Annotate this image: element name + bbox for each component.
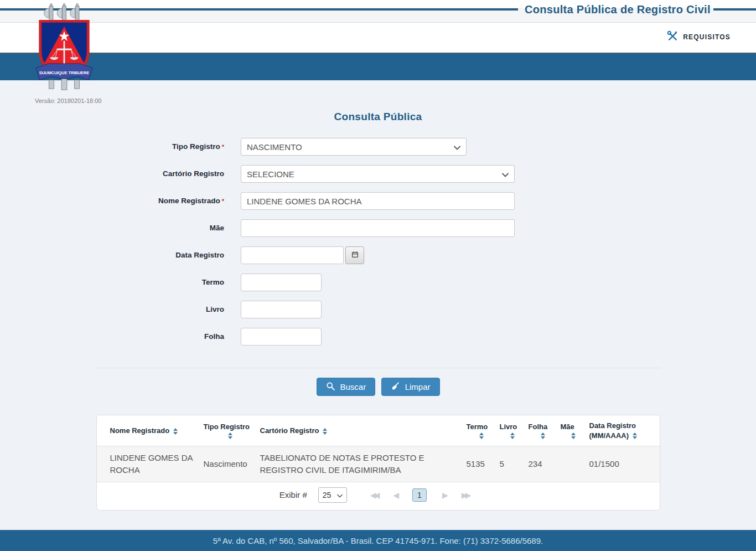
chevron-down-icon (337, 491, 343, 499)
tipo-registro-selected-value: NASCIMENTO (247, 142, 302, 152)
previous-page-icon[interactable]: ◀ (393, 491, 397, 499)
col-header-mae: Mãe (556, 415, 585, 446)
current-page-button[interactable]: 1 (412, 488, 427, 502)
col-header-cartorio-registro: Cartório Registro (256, 415, 462, 446)
label-text: Cartório Registro (163, 169, 224, 178)
results-header-row: Nome Registrado Tipo Registro Cartório R… (97, 415, 660, 446)
cell-termo: 5135 (462, 446, 495, 482)
col-label: Termo (467, 423, 491, 431)
cartorio-registro-field: SELECIONE (241, 165, 515, 183)
nome-registrado-input[interactable] (241, 192, 515, 210)
col-header-data-registro: Data Registro (MM/AAAA) (585, 415, 660, 446)
calendar-button[interactable] (345, 246, 364, 264)
tools-icon (667, 30, 678, 44)
data-registro-label: Data Registro (96, 251, 224, 260)
exibir-label: Exibir # (279, 490, 307, 499)
form-row-cartorio-registro: Cartório Registro SELECIONE (96, 165, 660, 183)
sort-icon[interactable] (534, 432, 552, 439)
nome-registrado-label: Nome Registrado* (96, 197, 224, 205)
chevron-down-icon (502, 169, 509, 179)
form-row-folha: Folha (96, 328, 660, 346)
cell-data-registro: 01/1500 (585, 446, 660, 482)
crest-icon: SUUMCUIQUE TRIBUERE (32, 3, 97, 95)
col-label: Mãe (561, 423, 581, 431)
form-row-data-registro: Data Registro (96, 246, 660, 264)
cell-cartorio-registro: TABELIONATO DE NOTAS E PROTESTO E REGIST… (256, 446, 462, 482)
form-row-mae: Mãe (96, 219, 660, 237)
blue-banner (0, 53, 756, 80)
broom-icon (391, 382, 400, 393)
col-header-termo: Termo (462, 415, 495, 446)
label-text: Mãe (210, 224, 224, 232)
col-label-2: (MM/AAAA) (589, 431, 629, 440)
cartorio-registro-label: Cartório Registro (96, 169, 224, 178)
tipo-registro-label: Tipo Registro* (96, 142, 224, 151)
footer: 5ª Av. do CAB, nº 560, Salvador/BA - Bra… (0, 530, 756, 551)
cell-tipo-registro: Nascimento (199, 446, 256, 482)
app-title: Consulta Pública de Registro Civil (525, 3, 711, 16)
form-row-termo: Termo (96, 274, 660, 291)
cell-livro: 5 (495, 446, 524, 482)
required-asterisk: * (222, 198, 224, 204)
page-size-value: 25 (323, 491, 332, 499)
chevron-down-icon (454, 142, 460, 152)
pagination: Exibir # 25 ◀◀ ◀ 1 ▶ ▶▶ (97, 482, 660, 510)
col-header-livro: Livro (495, 415, 524, 446)
footer-address: 5ª Av. do CAB, nº 560, Salvador/BA - Bra… (213, 536, 543, 545)
table-row: LINDENE GOMES DA ROCHA Nascimento TABELI… (97, 446, 660, 482)
cartorio-registro-select[interactable]: SELECIONE (241, 165, 515, 183)
folha-input[interactable] (241, 328, 322, 346)
col-header-tipo-registro: Tipo Registro (199, 415, 256, 446)
cell-folha: 234 (524, 446, 556, 482)
termo-input[interactable] (241, 274, 322, 291)
folha-label: Folha (96, 332, 224, 341)
cell-nome-registrado: LINDENE GOMES DA ROCHA (97, 446, 199, 482)
sort-icon[interactable] (472, 432, 491, 439)
sort-icon[interactable] (505, 432, 520, 439)
col-header-nome-registrado: Nome Registrado (97, 415, 199, 446)
version-label: Versão: 20180201-18:00 (35, 97, 102, 104)
livro-input[interactable] (241, 301, 322, 318)
tipo-registro-field: NASCIMENTO (241, 138, 467, 156)
mae-input[interactable] (241, 219, 515, 237)
col-header-folha: Folha (524, 415, 556, 446)
page-size-select[interactable]: 25 (318, 487, 347, 503)
col-label: Cartório Registro (260, 426, 319, 435)
col-label: Data Registro (589, 421, 655, 430)
data-registro-input[interactable] (241, 246, 344, 264)
sort-icon[interactable] (633, 432, 637, 439)
buscar-label: Buscar (340, 382, 366, 392)
sort-icon[interactable] (173, 428, 178, 435)
button-row: Buscar Limpar (96, 378, 660, 396)
required-asterisk: * (222, 143, 224, 150)
limpar-button[interactable]: Limpar (381, 378, 440, 396)
main-content: Consulta Pública Tipo Registro* NASCIMEN… (96, 80, 660, 511)
form-row-tipo-registro: Tipo Registro* NASCIMENTO (96, 138, 660, 156)
first-page-icon[interactable]: ◀◀ (370, 491, 378, 499)
requisitos-link[interactable]: REQUISITOS (667, 30, 731, 44)
tipo-registro-select[interactable]: NASCIMENTO (241, 138, 467, 156)
last-page-icon[interactable]: ▶▶ (462, 491, 469, 499)
buscar-button[interactable]: Buscar (317, 378, 376, 396)
cell-mae (556, 446, 585, 482)
sort-icon[interactable] (323, 428, 327, 435)
col-label: Tipo Registro (204, 423, 251, 431)
label-text: Tipo Registro (172, 142, 220, 151)
crest-motto: SUUMCUIQUE TRIBUERE (39, 70, 89, 75)
mae-field (241, 219, 515, 237)
results-card: Nome Registrado Tipo Registro Cartório R… (96, 415, 660, 511)
header-nav: REQUISITOS (0, 23, 756, 53)
next-page-icon[interactable]: ▶ (442, 491, 446, 499)
sort-icon[interactable] (566, 432, 581, 439)
form-row-nome-registrado: Nome Registrado* (96, 192, 660, 210)
page-title: Consulta Pública (96, 111, 660, 123)
requisitos-label: REQUISITOS (683, 33, 731, 41)
label-text: Data Registro (175, 251, 224, 259)
title-rule-right (713, 8, 756, 11)
cartorio-registro-selected-value: SELECIONE (247, 169, 294, 179)
label-text: Folha (204, 332, 224, 341)
sort-icon[interactable] (209, 432, 251, 439)
form-divider (96, 368, 660, 368)
col-label: Livro (500, 423, 520, 431)
limpar-label: Limpar (405, 382, 431, 392)
